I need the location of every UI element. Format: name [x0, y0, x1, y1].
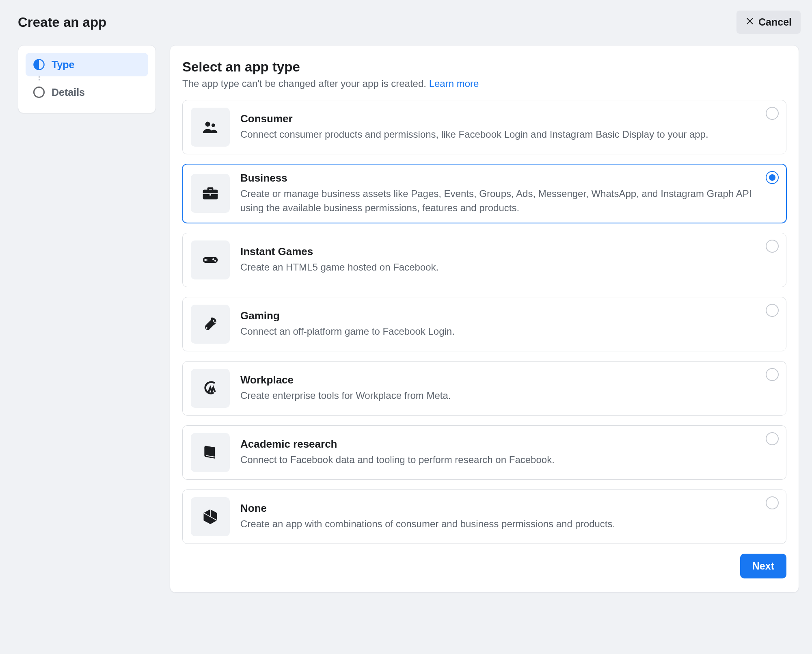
app-type-option-title: Instant Games: [240, 245, 777, 258]
app-type-option-instant-games[interactable]: Instant Games Create an HTML5 game hoste…: [182, 233, 786, 287]
svg-rect-8: [204, 259, 207, 260]
app-type-option-business[interactable]: Business Create or manage business asset…: [182, 164, 786, 223]
app-type-option-description: Create or manage business assets like Pa…: [240, 187, 777, 215]
svg-point-12: [214, 321, 216, 323]
radio-indicator: [766, 107, 779, 120]
app-type-option-title: None: [240, 502, 777, 515]
app-type-option-description: Create enterprise tools for Workplace fr…: [240, 389, 777, 403]
half-circle-icon: [33, 58, 45, 71]
wizard-sidebar: Type Details: [18, 45, 156, 113]
workplace-icon: [191, 369, 230, 408]
main-title: Select an app type: [182, 59, 786, 75]
radio-indicator: [766, 171, 779, 184]
main-subtitle: The app type can't be changed after your…: [182, 78, 786, 89]
wizard-step-connector: [39, 76, 40, 80]
svg-point-4: [205, 122, 210, 127]
svg-point-9: [212, 258, 214, 260]
radio-indicator: [766, 240, 779, 253]
cancel-button-label: Cancel: [758, 16, 792, 28]
radio-indicator: [766, 304, 779, 317]
wizard-step-label: Type: [52, 59, 75, 71]
app-type-option-description: Create an app with combinations of consu…: [240, 517, 777, 531]
svg-point-11: [213, 320, 214, 322]
app-type-option-description: Create an HTML5 game hosted on Facebook.: [240, 260, 777, 275]
svg-point-5: [212, 123, 215, 127]
app-type-option-consumer[interactable]: Consumer Connect consumer products and p…: [182, 100, 786, 154]
gamepad-icon: [191, 240, 230, 279]
app-type-option-description: Connect consumer products and permission…: [240, 128, 777, 142]
cancel-button[interactable]: Cancel: [736, 11, 801, 34]
app-type-option-gaming[interactable]: Gaming Connect an off-platform game to F…: [182, 297, 786, 351]
svg-point-13: [206, 327, 207, 329]
radio-indicator: [766, 368, 779, 381]
svg-point-3: [34, 87, 44, 97]
close-icon: [745, 16, 754, 28]
app-type-option-none[interactable]: None Create an app with combinations of …: [182, 489, 786, 544]
app-type-option-title: Academic research: [240, 438, 777, 450]
app-type-option-academic-research[interactable]: Academic research Connect to Facebook da…: [182, 425, 786, 480]
people-icon: [191, 108, 230, 147]
app-type-option-description: Connect to Facebook data and tooling to …: [240, 453, 777, 467]
empty-circle-icon: [33, 86, 45, 98]
app-type-option-title: Consumer: [240, 113, 777, 125]
app-type-option-title: Business: [240, 172, 777, 184]
learn-more-link[interactable]: Learn more: [429, 78, 479, 89]
gaming-icon: [191, 305, 230, 344]
main-panel: Select an app type The app type can't be…: [170, 45, 799, 593]
app-type-option-title: Workplace: [240, 374, 777, 386]
app-type-option-description: Connect an off-platform game to Facebook…: [240, 325, 777, 339]
wizard-step-type[interactable]: Type: [26, 53, 148, 76]
page-title: Create an app: [18, 15, 106, 30]
wizard-step-label: Details: [52, 87, 85, 98]
cube-icon: [191, 497, 230, 536]
next-button[interactable]: Next: [740, 554, 786, 578]
app-type-option-title: Gaming: [240, 310, 777, 322]
radio-indicator: [766, 432, 779, 445]
main-subtitle-text: The app type can't be changed after your…: [182, 78, 429, 89]
wizard-step-details[interactable]: Details: [26, 80, 148, 104]
app-type-option-workplace[interactable]: Workplace Create enterprise tools for Wo…: [182, 361, 786, 416]
radio-indicator: [766, 496, 779, 509]
svg-point-10: [214, 260, 216, 261]
book-icon: [191, 433, 230, 472]
briefcase-icon: [191, 174, 230, 213]
